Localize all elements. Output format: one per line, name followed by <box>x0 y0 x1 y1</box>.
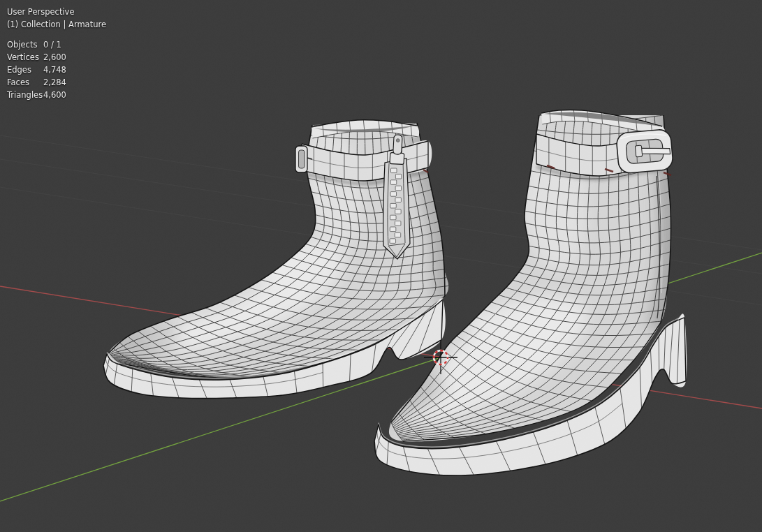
viewport-dither-noise <box>0 0 762 532</box>
collection-breadcrumb: (1) Collection | Armature <box>7 18 106 31</box>
viewport-overlay: User Perspective (1) Collection | Armatu… <box>7 6 106 101</box>
blender-viewport-window: User Perspective (1) Collection | Armatu… <box>0 0 762 532</box>
stat-row-triangles: Triangles 4,600 <box>7 89 106 101</box>
3d-viewport-canvas[interactable] <box>0 0 762 532</box>
stat-row-edges: Edges 4,748 <box>7 64 106 76</box>
scene-statistics: Objects 0 / 1 Vertices 2,600 Edges 4,748… <box>7 38 106 101</box>
stat-row-faces: Faces 2,284 <box>7 76 106 89</box>
view-perspective-label: User Perspective <box>7 6 106 18</box>
stat-row-objects: Objects 0 / 1 <box>7 38 106 51</box>
stat-row-vertices: Vertices 2,600 <box>7 51 106 64</box>
